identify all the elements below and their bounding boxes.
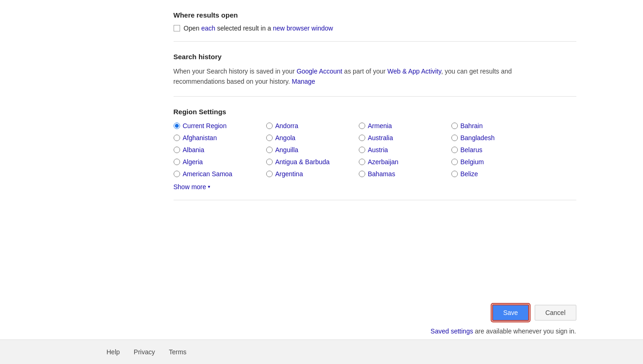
manage-link[interactable]: Manage	[292, 78, 315, 85]
region-radio-row: Current Region	[174, 121, 266, 130]
region-settings-section: Region Settings Current RegionAndorraArm…	[174, 97, 576, 200]
each-text: each	[201, 25, 215, 32]
region-radio-bangladesh[interactable]	[451, 135, 458, 141]
where-results-open-title: Where results open	[174, 11, 576, 19]
search-history-description: When your Search history is saved in you…	[174, 66, 535, 87]
region-radio-row: Afghanistan	[174, 133, 266, 142]
new-window-checkbox-row: Open each selected result in a new brows…	[174, 25, 576, 32]
region-radio-row: American Samoa	[174, 169, 266, 179]
region-label: Austria	[368, 146, 388, 154]
footer-terms-link[interactable]: Terms	[169, 348, 187, 356]
region-label: Australia	[368, 134, 393, 142]
region-label: Armenia	[368, 122, 392, 130]
new-window-label: Open each selected result in a new brows…	[184, 25, 333, 32]
region-radio-row: Argentina	[266, 169, 359, 179]
region-radio-bahrain[interactable]	[451, 123, 458, 129]
region-grid: Current RegionAndorraArmeniaBahrainAfgha…	[174, 121, 576, 179]
show-more-link[interactable]: Show more ▾	[174, 183, 211, 191]
region-radio-row: Anguilla	[266, 145, 359, 154]
region-radio-azerbaijan[interactable]	[359, 159, 365, 165]
region-label: Antigua & Barbuda	[275, 158, 330, 166]
region-label: Belize	[461, 170, 478, 178]
region-radio-belarus[interactable]	[451, 147, 458, 153]
region-radio-row: Bahamas	[359, 169, 451, 179]
region-radio-austria[interactable]	[359, 147, 365, 153]
region-radio-bahamas[interactable]	[359, 171, 365, 177]
region-radio-american-samoa[interactable]	[174, 171, 180, 177]
region-radio-belize[interactable]	[451, 171, 458, 177]
cancel-button[interactable]: Cancel	[535, 305, 576, 321]
region-radio-row: Azerbaijan	[359, 157, 451, 167]
footer: Help Privacy Terms	[0, 339, 643, 364]
new-window-checkbox[interactable]	[174, 25, 180, 31]
region-label: Argentina	[275, 170, 303, 178]
region-radio-row: Austria	[359, 145, 451, 154]
region-label: Belarus	[461, 146, 482, 154]
region-radio-row: Angola	[266, 133, 359, 142]
region-settings-title: Region Settings	[174, 108, 576, 116]
region-label: Bangladesh	[461, 134, 495, 142]
footer-help-link[interactable]: Help	[106, 348, 120, 356]
region-label: Current Region	[183, 122, 227, 130]
saved-settings-text: are available whenever you sign in.	[473, 327, 576, 335]
new-browser-window-text: new browser window	[273, 25, 333, 32]
show-more-arrow-icon: ▾	[208, 184, 210, 189]
region-radio-current-region[interactable]	[174, 123, 180, 129]
region-radio-row: Armenia	[359, 121, 451, 130]
region-label: Bahrain	[461, 122, 483, 130]
region-radio-row: Antigua & Barbuda	[266, 157, 359, 167]
region-label: Azerbaijan	[368, 158, 399, 166]
region-radio-andorra[interactable]	[266, 123, 273, 129]
show-more-container: Show more ▾	[174, 179, 576, 191]
region-label: Albania	[183, 146, 205, 154]
region-radio-belgium[interactable]	[451, 159, 458, 165]
region-label: Algeria	[183, 158, 203, 166]
region-radio-antigua-&-barbuda[interactable]	[266, 159, 273, 165]
region-radio-afghanistan[interactable]	[174, 135, 180, 141]
region-radio-row: Belize	[451, 169, 544, 179]
region-label: Andorra	[275, 122, 299, 130]
footer-privacy-link[interactable]: Privacy	[134, 348, 155, 356]
region-radio-row: Andorra	[266, 121, 359, 130]
region-radio-angola[interactable]	[266, 135, 273, 141]
region-radio-row: Algeria	[174, 157, 266, 167]
region-label: Belgium	[461, 158, 484, 166]
region-label: Anguilla	[275, 146, 299, 154]
search-history-title: Search history	[174, 53, 576, 61]
action-row: Save Cancel	[67, 295, 576, 326]
region-radio-row: Belgium	[451, 157, 544, 167]
region-radio-albania[interactable]	[174, 147, 180, 153]
saved-settings-row: Saved settings are available whenever yo…	[67, 326, 576, 339]
show-more-label: Show more	[174, 183, 206, 191]
where-results-open-section: Where results open Open each selected re…	[174, 0, 576, 42]
region-radio-australia[interactable]	[359, 135, 365, 141]
region-label: Bahamas	[368, 170, 395, 178]
region-radio-row: Australia	[359, 133, 451, 142]
web-app-activity-link[interactable]: Web & App Activity	[387, 68, 441, 75]
region-radio-anguilla[interactable]	[266, 147, 273, 153]
region-label: Angola	[275, 134, 296, 142]
region-radio-row: Bangladesh	[451, 133, 544, 142]
region-radio-row: Belarus	[451, 145, 544, 154]
search-history-section: Search history When your Search history …	[174, 42, 576, 97]
region-radio-algeria[interactable]	[174, 159, 180, 165]
region-radio-row: Albania	[174, 145, 266, 154]
region-label: American Samoa	[183, 170, 232, 178]
region-radio-argentina[interactable]	[266, 171, 273, 177]
region-radio-row: Bahrain	[451, 121, 544, 130]
region-label: Afghanistan	[183, 134, 217, 142]
save-button[interactable]: Save	[492, 304, 529, 321]
region-radio-armenia[interactable]	[359, 123, 365, 129]
saved-settings-link[interactable]: Saved settings	[431, 327, 473, 335]
google-account-link[interactable]: Google Account	[297, 68, 343, 75]
